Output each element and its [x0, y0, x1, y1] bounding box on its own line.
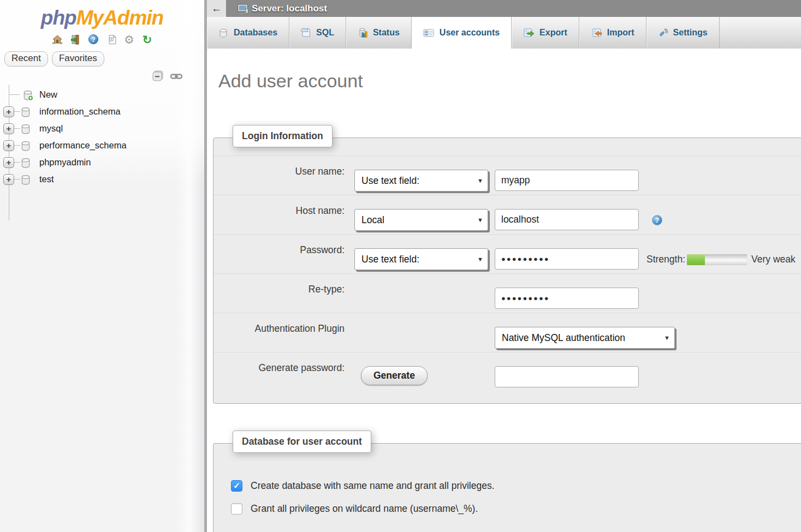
settings-tab-icon — [658, 28, 668, 38]
strength-verdict: Very weak — [751, 254, 796, 265]
user-accounts-tab-icon — [423, 28, 434, 38]
tree-item-label: New — [39, 89, 57, 100]
new-database-icon — [22, 89, 33, 100]
tree-item-information-schema[interactable]: + information_schema — [0, 103, 204, 120]
tab-status[interactable]: Status — [346, 17, 412, 49]
expand-icon[interactable]: + — [3, 123, 14, 134]
retype-password-input[interactable] — [495, 288, 639, 309]
grant-wildcard-label: Grant all privileges on wildcard name (u… — [251, 503, 478, 515]
chevron-down-icon: ▼ — [664, 334, 670, 341]
tab-label: Status — [373, 28, 400, 38]
chevron-down-icon: ▼ — [477, 177, 483, 184]
expand-icon[interactable]: + — [3, 140, 14, 151]
database-icon — [20, 106, 31, 117]
help-icon[interactable] — [87, 33, 99, 45]
hostname-label: Host name: — [213, 204, 345, 217]
select-value: Use text field: — [361, 175, 419, 187]
grant-wildcard-checkbox[interactable]: ✓ — [231, 503, 242, 515]
main-content: Add user account Login Information User … — [207, 49, 801, 532]
login-information-fieldset: Login Information User name: Use text fi… — [213, 138, 801, 404]
tree-item-performance-schema[interactable]: + performance_schema — [0, 137, 204, 154]
tree-item-label: phpmyadmin — [39, 157, 91, 168]
create-database-checkbox[interactable]: ✓ — [231, 480, 242, 492]
logout-icon[interactable] — [69, 33, 81, 45]
tab-import[interactable]: Import — [579, 17, 646, 49]
navigation-toolbar: ⚙ ↻ — [0, 33, 204, 46]
tree-item-label: mysql — [39, 123, 63, 134]
hostname-type-select[interactable]: Local▼ — [354, 209, 488, 231]
collapse-all-icon[interactable] — [152, 70, 165, 85]
password-input[interactable] — [495, 248, 639, 270]
grant-wildcard-option[interactable]: ✓ Grant all privileges on wildcard name … — [231, 497, 801, 520]
tab-label: Export — [539, 28, 567, 38]
check-icon: ✓ — [233, 481, 240, 491]
tab-sql[interactable]: SQL — [289, 17, 346, 49]
tab-label: Import — [607, 28, 634, 38]
tab-label: SQL — [316, 28, 334, 38]
database-for-user-legend: Database for user account — [233, 431, 371, 453]
password-type-select[interactable]: Use text field:▼ — [354, 248, 488, 270]
expand-icon[interactable]: + — [3, 174, 14, 185]
server-icon — [237, 4, 248, 14]
logo-php: php — [41, 7, 76, 29]
select-value: Native MySQL authentication — [502, 332, 625, 344]
password-label: Password: — [213, 243, 345, 256]
generate-button[interactable]: Generate — [361, 366, 428, 385]
back-arrow-icon: ← — [211, 3, 222, 15]
strength-label: Strength: — [646, 254, 685, 265]
hostname-input[interactable] — [495, 209, 639, 230]
tab-databases[interactable]: Databases — [207, 17, 289, 49]
username-row: User name: Use text field:▼ — [213, 156, 801, 195]
tab-settings[interactable]: Settings — [646, 17, 720, 49]
phpmyadmin-logo[interactable]: phpMyAdmin — [0, 0, 204, 29]
hostname-row: Host name: Local▼ ? — [213, 195, 801, 234]
chevron-down-icon: ▼ — [477, 217, 483, 223]
auth-plugin-select[interactable]: Native MySQL authentication▼ — [495, 327, 675, 349]
generated-password-input[interactable] — [495, 366, 639, 387]
import-tab-icon — [591, 28, 602, 38]
settings-icon[interactable]: ⚙ — [123, 33, 135, 45]
retype-row: Re-type: — [213, 273, 801, 313]
tab-label: Databases — [234, 28, 277, 38]
tree-item-mysql[interactable]: + mysql — [0, 120, 204, 137]
select-value: Use text field: — [361, 254, 419, 265]
server-breadcrumb-bar: ← Server: localhost — [207, 0, 801, 17]
generate-password-row: Generate password: Generate — [213, 352, 801, 391]
tab-export[interactable]: Export — [512, 17, 579, 49]
tab-user-accounts[interactable]: User accounts — [412, 17, 512, 49]
docs-icon[interactable] — [105, 33, 117, 45]
sql-tab-icon — [301, 28, 311, 38]
create-database-option[interactable]: ✓ Create database with same name and gra… — [231, 474, 801, 497]
tree-connector — [9, 85, 20, 95]
username-input[interactable] — [495, 170, 639, 191]
expand-icon[interactable]: + — [3, 106, 14, 117]
tree-item-label: test — [39, 174, 54, 184]
strength-fill — [687, 254, 705, 265]
tree-item-test[interactable]: + test — [0, 171, 204, 188]
back-arrow-button[interactable]: ← — [207, 0, 226, 17]
tree-item-label: information_schema — [39, 106, 121, 117]
tree-tools — [0, 67, 204, 85]
recent-dropdown[interactable]: Recent — [4, 51, 48, 67]
refresh-icon[interactable]: ↻ — [141, 33, 153, 45]
navigation-panel: phpMyAdmin ⚙ ↻ Recent Favorites New + in… — [0, 0, 204, 532]
tab-label: Settings — [673, 28, 708, 38]
password-row: Password: Use text field:▼ Strength: Ver… — [213, 234, 801, 273]
database-icon — [20, 123, 31, 134]
hostname-help-icon[interactable]: ? — [652, 215, 662, 225]
home-icon[interactable] — [51, 33, 63, 45]
password-strength: Strength: Very weak — [646, 243, 796, 265]
select-value: Local — [361, 214, 384, 226]
database-icon — [20, 140, 31, 151]
tree-item-new[interactable]: New — [0, 86, 204, 103]
tree-item-phpmyadmin[interactable]: + phpmyadmin — [0, 154, 204, 171]
server-title-text: Server: localhost — [252, 3, 327, 14]
breadcrumb: Server: localhost — [237, 3, 327, 14]
link-with-main-icon[interactable] — [170, 73, 182, 82]
tree-item-label: performance_schema — [39, 140, 127, 151]
expand-icon[interactable]: + — [3, 157, 14, 168]
status-tab-icon — [358, 28, 367, 38]
username-type-select[interactable]: Use text field:▼ — [354, 170, 488, 192]
tab-label: User accounts — [440, 28, 500, 38]
favorites-dropdown[interactable]: Favorites — [52, 51, 104, 67]
